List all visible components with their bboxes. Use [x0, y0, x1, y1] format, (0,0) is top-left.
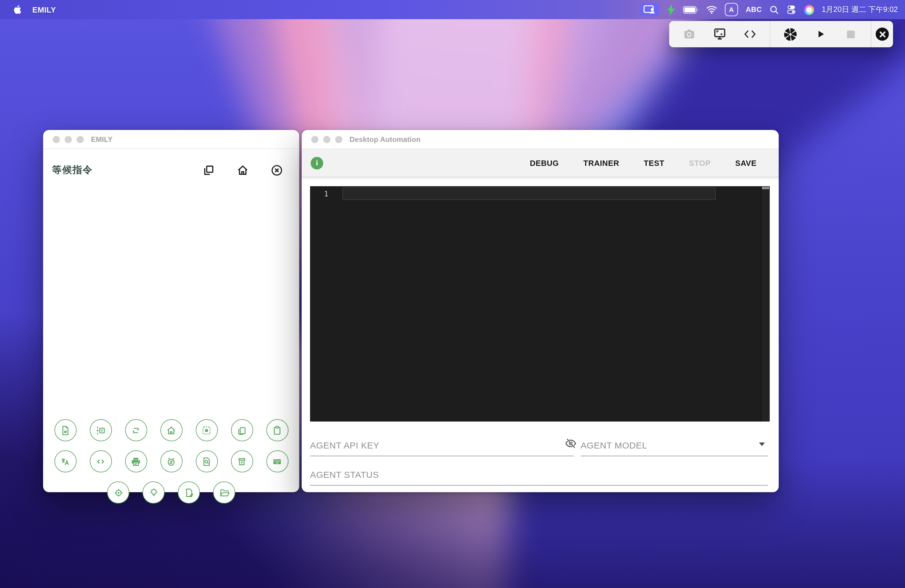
camera-icon[interactable] — [679, 24, 699, 44]
menubar-app-name[interactable]: EMILY — [32, 5, 56, 14]
editor-gutter: 1 — [310, 186, 342, 421]
menubar-datetime[interactable]: 1月20日 週二 下午9:02 — [822, 5, 898, 15]
agent-api-key-underline[interactable] — [310, 443, 574, 456]
edit-document-icon[interactable] — [178, 482, 200, 504]
active-line-highlight[interactable] — [342, 188, 716, 200]
duplicate-icon[interactable] — [202, 164, 216, 177]
keyboard-icon[interactable] — [266, 450, 288, 472]
line-number: 1 — [310, 188, 342, 200]
minimize-traffic-light[interactable] — [65, 136, 72, 143]
input-abbrev[interactable]: ABC — [746, 5, 762, 14]
editor-scrollbar[interactable] — [761, 186, 770, 421]
minimize-traffic-light[interactable] — [323, 136, 330, 143]
translate-icon[interactable] — [54, 450, 76, 472]
close-traffic-light[interactable] — [53, 136, 60, 143]
clipboard-icon[interactable] — [266, 419, 288, 441]
select-frame-icon[interactable] — [195, 419, 218, 441]
emily-window-title: EMILY — [91, 135, 113, 143]
automation-titlebar: Desktop Automation — [302, 130, 779, 149]
automation-toolbar: i DEBUG TRAINER TEST STOP SAVE — [302, 149, 779, 177]
zoom-traffic-light[interactable] — [335, 136, 342, 143]
folder-open-icon[interactable] — [213, 482, 235, 504]
annotation-node-icon[interactable] — [89, 419, 112, 441]
copy-icon[interactable] — [231, 419, 253, 441]
apple-icon — [13, 4, 22, 15]
wifi-icon[interactable] — [706, 5, 717, 14]
repeat-icon[interactable] — [125, 419, 147, 441]
control-center-icon[interactable] — [786, 5, 796, 14]
automation-window: Desktop Automation i DEBUG TRAINER TEST … — [302, 130, 779, 492]
close-icon[interactable] — [872, 24, 892, 44]
spotlight-icon[interactable] — [770, 5, 779, 14]
cancel-icon[interactable] — [270, 164, 284, 177]
emily-status-text: 等候指令 — [52, 164, 93, 176]
home-icon[interactable] — [236, 164, 249, 177]
battery-icon[interactable] — [683, 6, 699, 13]
code-capture-icon[interactable] — [740, 24, 760, 44]
dropdown-caret-icon[interactable] — [759, 442, 765, 446]
play-icon[interactable] — [810, 24, 831, 44]
emily-content: 等候指令 — [43, 149, 299, 492]
capture-toolbar — [669, 21, 893, 47]
debug-button[interactable]: DEBUG — [530, 158, 559, 167]
trainer-button[interactable]: TRAINER — [583, 158, 619, 167]
input-source-icon[interactable]: A — [725, 3, 738, 16]
agent-status-underline[interactable] — [310, 472, 768, 486]
zoom-traffic-light[interactable] — [76, 136, 84, 143]
siri-icon[interactable] — [804, 5, 814, 15]
stop-icon[interactable] — [841, 24, 861, 44]
idea-icon[interactable] — [143, 482, 165, 504]
menu-bar: EMILY — [0, 0, 905, 19]
code-editor[interactable]: 1 — [310, 186, 770, 421]
agent-model-underline[interactable] — [581, 443, 768, 456]
test-button[interactable]: TEST — [644, 158, 664, 167]
scrollbar-thumb[interactable] — [762, 187, 769, 189]
emily-icon-grid — [43, 419, 299, 504]
save-button[interactable]: SAVE — [735, 158, 757, 167]
screen-sharing-indicator[interactable] — [640, 3, 660, 16]
code-icon[interactable] — [89, 450, 112, 472]
stop-button[interactable]: STOP — [689, 158, 711, 167]
emily-titlebar: EMILY — [43, 130, 299, 149]
input-source-letter: A — [729, 6, 734, 13]
export-file-icon[interactable] — [54, 419, 76, 441]
document-search-icon[interactable] — [195, 450, 218, 472]
target-icon[interactable] — [107, 482, 129, 504]
close-traffic-light[interactable] — [311, 136, 318, 143]
shutter-icon[interactable] — [780, 24, 800, 44]
screen-select-icon[interactable] — [709, 24, 730, 44]
screen-sharing-icon — [643, 5, 656, 14]
automation-window-title: Desktop Automation — [349, 135, 421, 143]
visibility-off-icon[interactable] — [564, 437, 577, 450]
apple-menu[interactable] — [13, 4, 22, 15]
snooze-timer-icon[interactable] — [160, 450, 182, 472]
info-icon[interactable]: i — [311, 157, 323, 169]
emily-window: EMILY 等候指令 — [43, 130, 299, 492]
charging-icon[interactable] — [667, 4, 675, 15]
print-icon[interactable] — [125, 450, 147, 472]
archive-download-icon[interactable] — [231, 450, 253, 472]
home-icon[interactable] — [160, 419, 182, 441]
